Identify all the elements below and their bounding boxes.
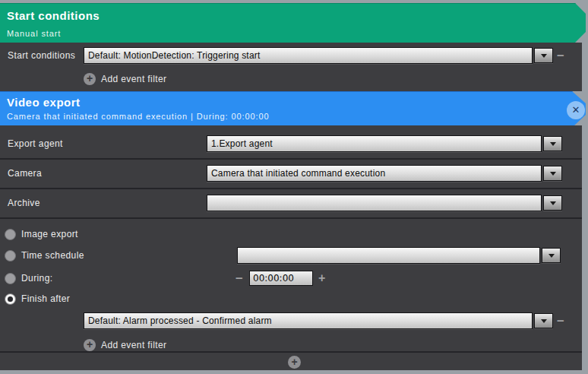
video-export-header: Video export Camera that initiated comma…: [0, 91, 586, 125]
remove-filter-button[interactable]: –: [557, 47, 564, 64]
archive-dropdown[interactable]: [207, 195, 542, 211]
start-conditions-title: Start conditions: [7, 9, 100, 22]
time-schedule-label: Time schedule: [21, 250, 84, 261]
camera-label: Camera: [8, 165, 42, 182]
image-export-label: Image export: [21, 229, 78, 240]
finish-after-dropdown[interactable]: Default: Alarm processed - Confirmed ala…: [84, 312, 533, 329]
chevron-down-icon: [541, 54, 547, 58]
remove-finish-filter-button[interactable]: –: [557, 312, 564, 329]
time-schedule-dropdown-button[interactable]: [542, 248, 561, 263]
chevron-down-icon: [550, 201, 556, 205]
video-export-panel: Export agent 1.Export agent Camera Camer…: [0, 125, 582, 370]
start-conditions-row-label: Start conditions: [8, 47, 75, 64]
add-event-filter-icon[interactable]: +: [84, 339, 96, 351]
finish-after-radio[interactable]: [5, 293, 16, 305]
add-event-filter-button[interactable]: Add event filter: [101, 74, 166, 84]
video-export-subtitle: Camera that initiated command execution …: [7, 112, 270, 121]
time-schedule-radio[interactable]: [5, 250, 16, 261]
add-event-filter-icon[interactable]: +: [84, 73, 96, 85]
close-icon[interactable]: ✕: [567, 101, 585, 119]
chevron-down-icon: [541, 319, 547, 323]
chevron-down-icon: [548, 254, 555, 258]
add-event-filter-button[interactable]: Add event filter: [101, 340, 166, 350]
chevron-down-icon: [550, 142, 556, 146]
row-divider: [0, 217, 582, 219]
add-action-bar: +: [0, 353, 582, 370]
video-export-title: Video export: [7, 96, 81, 109]
camera-dropdown[interactable]: Camera that initiated command execution: [207, 165, 542, 182]
start-conditions-subtitle: Manual start: [7, 29, 61, 38]
finish-after-dropdown-button[interactable]: [534, 313, 553, 328]
during-label: During:: [21, 273, 52, 284]
start-conditions-dropdown[interactable]: Default: MotionDetection: Triggering sta…: [84, 47, 533, 64]
chevron-down-icon: [550, 172, 556, 176]
start-conditions-dropdown-button[interactable]: [534, 48, 553, 63]
during-time-input[interactable]: [249, 271, 313, 286]
export-agent-label: Export agent: [8, 135, 63, 152]
action-editor-screen: Start conditions Manual start Start cond…: [0, 0, 588, 374]
finish-after-label: Finish after: [21, 293, 70, 305]
archive-label: Archive: [8, 195, 40, 211]
export-agent-dropdown[interactable]: 1.Export agent: [207, 135, 542, 152]
during-radio[interactable]: [5, 273, 16, 284]
start-conditions-header: Start conditions Manual start: [0, 3, 586, 43]
image-export-radio[interactable]: [5, 229, 16, 240]
time-schedule-dropdown[interactable]: [237, 247, 540, 264]
archive-dropdown-button[interactable]: [543, 195, 562, 211]
start-conditions-panel: Start conditions Default: MotionDetectio…: [0, 43, 582, 91]
export-agent-dropdown-button[interactable]: [543, 136, 562, 151]
row-divider: [0, 188, 582, 189]
camera-dropdown-button[interactable]: [543, 166, 562, 181]
row-divider: [0, 158, 582, 160]
during-increment-button[interactable]: +: [318, 271, 325, 286]
during-decrement-button[interactable]: –: [236, 270, 242, 287]
add-action-icon[interactable]: +: [288, 356, 301, 369]
